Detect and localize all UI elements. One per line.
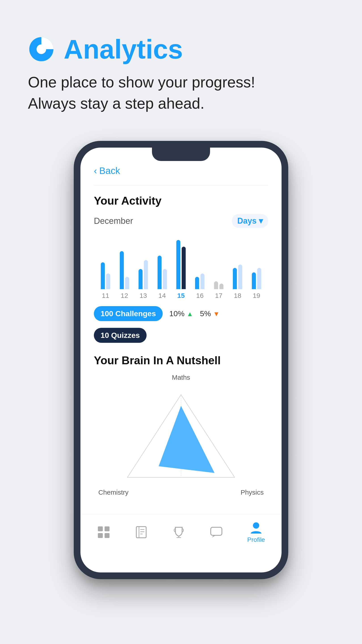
brain-title: Your Brain In A Nutshell [94,354,268,367]
bar [120,251,124,289]
title-row: Analytics [28,36,334,62]
nav-item-home[interactable] [97,526,110,539]
percent-up-stat: 10% ▲ [169,309,193,318]
bar [182,247,186,289]
percent-up-value: 10% [169,309,185,318]
bar-label: 11 [102,292,109,300]
bar-group-15: 15 [172,236,190,300]
bar-group-13: 13 [134,236,153,300]
phone-outer: ‹ Back Your Activity December Days ▾ [74,141,288,579]
trophy-icon [172,526,185,539]
challenges-count: 100 [100,309,113,318]
bar [144,260,148,289]
bar-group-19: 19 [247,236,266,300]
chevron-down-icon: ▾ [259,216,263,226]
grid-icon [97,526,110,539]
radar-label-chemistry: Chemistry [98,488,128,496]
phone-screen: ‹ Back Your Activity December Days ▾ [80,148,282,572]
phone-notch [152,148,210,161]
bar [214,281,218,289]
nav-item-learn[interactable] [134,526,148,539]
analytics-pie-icon [28,36,55,62]
bottom-nav: Profile [80,514,282,552]
bar-group-11: 11 [96,236,115,300]
bar-label: 19 [253,292,260,300]
challenges-label: Challenges [115,309,156,318]
svg-point-1 [36,44,46,54]
radar-chart [94,388,268,486]
svg-point-20 [253,522,259,528]
chat-icon [210,526,223,539]
bar [106,274,110,289]
nav-item-achievements[interactable] [172,526,185,539]
activity-title: Your Activity [94,194,268,207]
bar-label-selected: 15 [177,292,185,300]
bar [101,262,105,289]
radar-label-physics: Physics [241,488,264,496]
bar [158,256,162,289]
quizzes-label: Quizzes [111,331,140,340]
bar [139,269,143,289]
bar-label: 17 [215,292,222,300]
nav-item-messages[interactable] [210,526,223,539]
bar-group-17: 17 [209,236,228,300]
book-icon [134,526,148,539]
bar-group-14: 14 [153,236,171,300]
bar [233,268,237,289]
header-section: Analytics One place to show your progres… [0,0,362,128]
profile-nav-label: Profile [247,536,265,544]
bar [195,277,199,289]
back-label: Back [99,166,120,176]
bar-label: 18 [234,292,241,300]
days-selector[interactable]: Days ▾ [232,214,268,228]
percent-down-stat: 5% ▼ [200,309,220,318]
bar-label: 12 [121,292,128,300]
nav-item-profile[interactable]: Profile [247,521,265,544]
profile-icon [249,521,263,534]
month-label: December [94,216,133,226]
bar-group-16: 16 [190,236,209,300]
quizzes-badge: 10 Quizzes [94,328,147,343]
svg-rect-11 [136,526,146,538]
brain-section: Your Brain In A Nutshell Maths [94,354,268,496]
bar [176,240,180,289]
percent-down-value: 5% [200,309,211,318]
bar [219,284,223,289]
bar-chart: 11 12 [94,237,268,300]
challenges-badge: 100 Challenges [94,306,163,321]
radar-label-maths: Maths [94,374,268,381]
svg-rect-9 [98,533,103,538]
down-arrow-icon: ▼ [213,310,220,318]
stats-row: 100 Challenges 10% ▲ 5% ▼ 10 Quizzes [94,306,268,343]
bar-group-12: 12 [115,236,134,300]
page-subtitle: One place to show your progress! Always … [28,72,334,114]
svg-rect-10 [105,533,109,538]
bar [238,264,242,289]
bar-group-18: 18 [228,236,247,300]
phone-mockup: ‹ Back Your Activity December Days ▾ [0,141,362,602]
back-chevron-icon: ‹ [94,166,97,176]
svg-rect-7 [98,526,103,531]
bar [252,272,256,289]
page-title: Analytics [64,36,183,62]
svg-rect-18 [211,527,222,535]
period-label: Days [237,216,257,226]
activity-header: December Days ▾ [94,214,268,228]
bar [200,274,204,289]
bar [163,269,167,289]
bar [125,277,129,289]
bar-label: 14 [158,292,166,300]
back-button[interactable]: ‹ Back [94,166,268,176]
svg-rect-8 [105,526,109,531]
up-arrow-icon: ▲ [187,310,193,318]
bar-label: 16 [196,292,204,300]
quizzes-count: 10 [100,331,109,340]
bar-label: 13 [139,292,147,300]
radar-labels-bottom: Chemistry Physics [94,488,268,496]
bar [257,268,261,289]
